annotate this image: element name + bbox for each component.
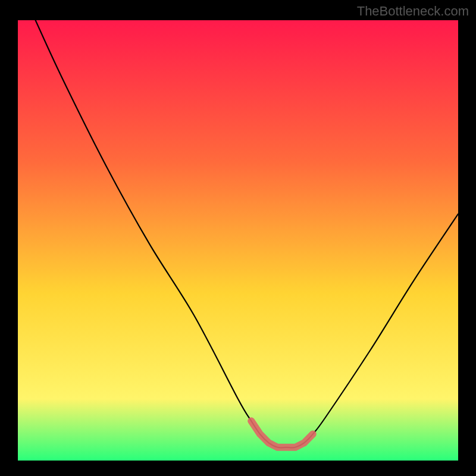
chart-svg bbox=[18, 20, 458, 461]
watermark-text: TheBottleneck.com bbox=[357, 4, 469, 19]
gradient-background bbox=[18, 20, 458, 461]
chart-frame: TheBottleneck.com bbox=[0, 0, 476, 476]
bottleneck-chart bbox=[18, 20, 458, 461]
